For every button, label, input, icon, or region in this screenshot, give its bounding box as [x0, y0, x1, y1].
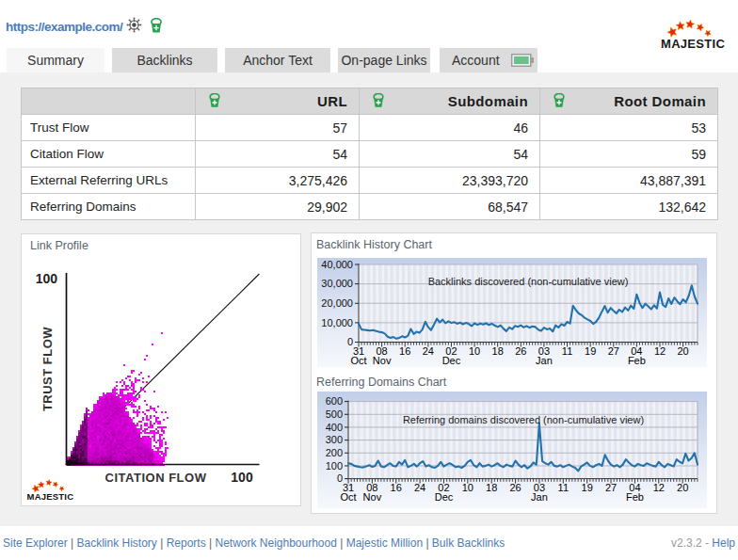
svg-text:20: 20	[677, 482, 688, 493]
svg-text:CITATION FLOW: CITATION FLOW	[105, 471, 207, 485]
svg-text:12: 12	[654, 345, 666, 357]
svg-text:Feb: Feb	[628, 355, 646, 366]
svg-text:300: 300	[326, 434, 343, 445]
svg-text:Referring domains discovered (: Referring domains discovered (non-cumula…	[403, 414, 644, 425]
svg-text:Jan: Jan	[536, 355, 553, 366]
svg-text:500: 500	[326, 408, 343, 420]
svg-text:Feb: Feb	[626, 491, 644, 503]
svg-text:16: 16	[391, 482, 402, 493]
svg-text:26: 26	[509, 482, 521, 493]
svg-text:MAJESTIC: MAJESTIC	[661, 37, 725, 51]
svg-text:Nov: Nov	[363, 491, 382, 503]
svg-text:18: 18	[492, 345, 504, 357]
svg-text:10: 10	[469, 345, 480, 357]
svg-text:24: 24	[414, 482, 425, 493]
svg-text:30,000: 30,000	[321, 278, 353, 289]
svg-text:10,000: 10,000	[321, 317, 353, 328]
svg-text:26: 26	[515, 345, 526, 357]
svg-text:19: 19	[585, 345, 596, 357]
svg-text:Dec: Dec	[435, 491, 454, 503]
svg-text:600: 600	[326, 395, 343, 407]
svg-text:200: 200	[326, 447, 343, 458]
svg-text:11: 11	[562, 345, 572, 357]
svg-text:16: 16	[399, 345, 410, 357]
svg-text:400: 400	[326, 422, 343, 433]
svg-text:Oct: Oct	[350, 355, 366, 366]
svg-text:Jan: Jan	[531, 491, 548, 503]
svg-text:100: 100	[326, 460, 343, 472]
svg-text:19: 19	[582, 482, 593, 493]
svg-text:11: 11	[558, 482, 569, 493]
svg-text:Backlinks discovered (non-cumu: Backlinks discovered (non-cumulative vie…	[428, 276, 629, 287]
svg-text:Dec: Dec	[442, 355, 461, 366]
svg-text:12: 12	[653, 482, 665, 493]
svg-text:100: 100	[231, 470, 253, 485]
svg-text:Nov: Nov	[373, 355, 392, 366]
svg-text:24: 24	[423, 345, 434, 357]
svg-text:27: 27	[605, 482, 617, 493]
svg-text:100: 100	[36, 271, 58, 286]
svg-text:10: 10	[462, 482, 473, 493]
svg-text:20: 20	[677, 345, 688, 357]
svg-text:40,000: 40,000	[321, 259, 353, 270]
svg-text:MAJESTIC: MAJESTIC	[27, 491, 74, 502]
svg-text:Oct: Oct	[340, 491, 356, 503]
svg-text:18: 18	[486, 482, 497, 493]
svg-text:27: 27	[608, 345, 619, 357]
svg-text:TRUST FLOW: TRUST FLOW	[40, 327, 55, 411]
svg-text:20,000: 20,000	[321, 297, 353, 309]
